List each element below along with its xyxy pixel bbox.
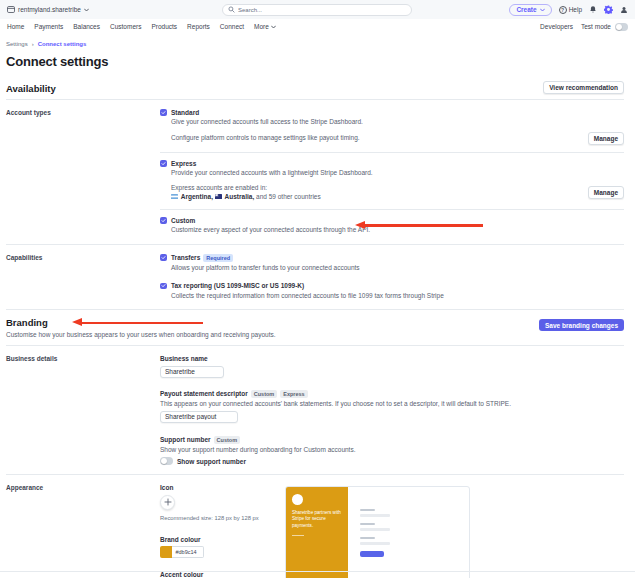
country-australia: Australia, xyxy=(225,193,255,200)
business-details-label: Business details xyxy=(6,355,160,465)
main-nav: Home Payments Balances Customers Product… xyxy=(0,19,635,37)
create-button[interactable]: Create xyxy=(509,4,551,16)
breadcrumb: Settings › Connect settings xyxy=(6,41,624,47)
test-mode-control: Test mode xyxy=(581,23,628,31)
tax-reporting-description: Collects the required information from c… xyxy=(171,292,624,301)
business-name-label: Business name xyxy=(160,355,624,362)
nav-item-developers[interactable]: Developers xyxy=(540,23,573,30)
standard-description: Give your connected accounts full access… xyxy=(171,118,624,127)
help-button[interactable]: Help xyxy=(559,6,582,14)
nav-item-more-label: More xyxy=(254,23,269,30)
profile-button[interactable] xyxy=(620,6,628,14)
custom-badge: Custom xyxy=(251,390,277,398)
branding-section: Branding Customise how your business app… xyxy=(6,310,624,578)
divider xyxy=(160,152,624,153)
express-manage-button[interactable]: Manage xyxy=(588,186,624,199)
transfers-label: Transfers xyxy=(171,254,200,261)
help-label: Help xyxy=(569,6,582,13)
countries-other: and 59 other countries xyxy=(256,193,321,200)
preview-line xyxy=(292,535,304,536)
custom-label: Custom xyxy=(171,217,624,224)
search-input[interactable] xyxy=(238,7,406,13)
nav-item-payments[interactable]: Payments xyxy=(34,23,63,30)
view-recommendation-button[interactable]: View recommendation xyxy=(543,81,624,94)
breadcrumb-separator: › xyxy=(32,41,34,47)
required-badge: Required xyxy=(203,254,233,262)
standard-label: Standard xyxy=(171,109,624,116)
payout-descriptor-label: Payout statement descriptor xyxy=(160,390,248,397)
appearance-label: Appearance xyxy=(6,484,160,578)
transfers-checkbox[interactable] xyxy=(160,254,167,261)
tax-reporting-capability: Tax reporting (US 1099-MISC or US 1099-K… xyxy=(160,282,624,300)
preview-accent-button xyxy=(360,551,384,557)
divider xyxy=(160,209,624,210)
australia-flag-icon xyxy=(215,194,222,199)
breadcrumb-settings[interactable]: Settings xyxy=(6,41,28,47)
breadcrumb-current[interactable]: Connect settings xyxy=(38,41,87,47)
standard-manage-button[interactable]: Manage xyxy=(588,132,624,145)
divider xyxy=(0,571,635,572)
check-icon xyxy=(161,110,166,115)
help-icon xyxy=(559,6,567,14)
show-support-number-toggle[interactable] xyxy=(160,457,173,465)
nav-item-products[interactable]: Products xyxy=(151,23,177,30)
standard-checkbox[interactable] xyxy=(160,109,167,116)
topbar: rentmyland.sharetribe Create Help xyxy=(0,0,635,19)
check-icon xyxy=(161,218,166,223)
custom-badge: Custom xyxy=(214,436,240,444)
express-option: Express Provide your connected accounts … xyxy=(160,160,624,202)
express-label: Express xyxy=(171,160,624,167)
test-mode-label: Test mode xyxy=(581,23,611,30)
nav-item-balances[interactable]: Balances xyxy=(73,23,100,30)
standard-option: Standard Give your connected accounts fu… xyxy=(160,109,624,145)
red-arrow-custom-annotation xyxy=(365,224,483,227)
test-mode-toggle[interactable] xyxy=(615,23,628,31)
capabilities-label: Capabilities xyxy=(6,254,160,301)
transfers-description: Allows your platform to transfer funds t… xyxy=(171,264,624,273)
express-checkbox[interactable] xyxy=(160,160,167,167)
upload-icon-button[interactable] xyxy=(160,495,175,510)
gear-icon xyxy=(604,5,613,14)
custom-checkbox[interactable] xyxy=(160,217,167,224)
chevron-down-icon xyxy=(540,8,545,12)
account-types-label: Account types xyxy=(6,109,160,235)
nav-item-customers[interactable]: Customers xyxy=(110,23,141,30)
tax-reporting-label: Tax reporting (US 1099-MISC or US 1099-K… xyxy=(171,282,624,289)
country-argentina: Argentina, xyxy=(181,193,213,200)
save-branding-button[interactable]: Save branding changes xyxy=(539,319,624,331)
show-support-number-label: Show support number xyxy=(177,458,246,465)
preview-text: Sharetribe partners with Stripe for secu… xyxy=(292,510,342,529)
transfers-capability: Transfers Required Allows your platform … xyxy=(160,254,624,273)
icon-label: Icon xyxy=(160,484,285,491)
tax-reporting-checkbox[interactable] xyxy=(160,283,167,290)
plus-icon xyxy=(164,498,172,506)
standard-configure-text: Configure platform controls to manage se… xyxy=(171,134,360,143)
check-icon xyxy=(161,161,166,166)
nav-item-reports[interactable]: Reports xyxy=(187,23,210,30)
notifications-button[interactable] xyxy=(589,5,597,14)
person-icon xyxy=(620,6,628,14)
preview-icon-placeholder xyxy=(292,494,303,505)
brand-colour-hex[interactable]: #db9c14 xyxy=(172,546,204,558)
branding-preview-card: Sharetribe partners with Stripe for secu… xyxy=(285,486,470,578)
express-enabled-countries: Express accounts are enabled in: Argenti… xyxy=(171,184,321,202)
search-bar[interactable] xyxy=(222,4,412,16)
availability-title: Availability xyxy=(6,83,56,94)
check-icon xyxy=(161,283,166,288)
main-content: Settings › Connect settings Connect sett… xyxy=(0,41,635,578)
brand-colour-swatch[interactable] xyxy=(160,546,172,558)
storefront-icon xyxy=(7,6,15,13)
argentina-flag-icon xyxy=(171,194,178,199)
nav-item-more[interactable]: More xyxy=(254,23,276,30)
availability-section: Availability View recommendation Account… xyxy=(6,81,624,311)
brand-colour-field[interactable]: #db9c14 xyxy=(160,546,285,558)
account-switcher[interactable]: rentmyland.sharetribe xyxy=(7,6,89,13)
nav-item-connect[interactable]: Connect xyxy=(220,23,244,30)
page-title: Connect settings xyxy=(6,54,624,69)
business-name-input[interactable] xyxy=(160,366,224,378)
chevron-down-icon xyxy=(84,8,89,12)
nav-item-home[interactable]: Home xyxy=(7,23,24,30)
branding-subtitle: Customise how your business appears to y… xyxy=(6,331,276,338)
payout-descriptor-input[interactable] xyxy=(160,411,238,423)
settings-button[interactable] xyxy=(604,5,613,14)
